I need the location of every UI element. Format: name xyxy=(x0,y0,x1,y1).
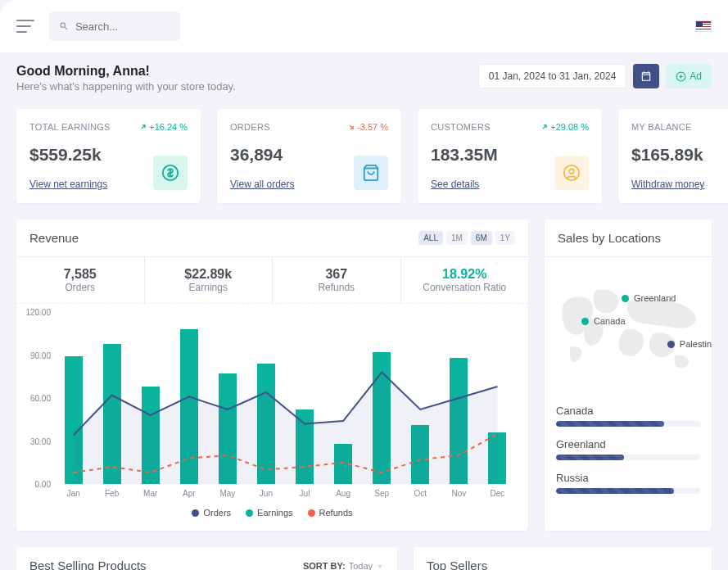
location-bar: Russia xyxy=(556,472,700,494)
location-bar: Greenland xyxy=(556,438,700,460)
page-subtitle: Here's what's happening with your store … xyxy=(16,80,236,93)
bsp-title: Best Selling Products xyxy=(29,559,147,570)
revenue-title: Revenue xyxy=(29,231,79,245)
world-map xyxy=(556,269,700,391)
stat-pct: -3.57 % xyxy=(347,122,388,132)
legend-earnings[interactable]: Earnings xyxy=(246,508,292,518)
arrow-up-right-icon xyxy=(139,123,147,131)
stat-pct: +16.24 % xyxy=(139,122,188,132)
legend-refunds[interactable]: Refunds xyxy=(308,508,353,518)
user-circle-icon xyxy=(554,156,589,190)
revenue-chart: 0.0030.0060.0090.00120.00 JanFebMarAprMa… xyxy=(16,304,528,531)
stat-link-earnings[interactable]: View net earnings xyxy=(29,179,107,190)
stat-label: TOTAL EARNINGS xyxy=(29,122,111,132)
bag-icon xyxy=(354,156,388,190)
summary-orders: 7,585 Orders xyxy=(16,257,145,303)
stat-link-balance[interactable]: Withdraw money xyxy=(631,179,704,190)
legend-orders[interactable]: Orders xyxy=(192,508,231,518)
locations-card: Sales by Locations xyxy=(545,219,712,531)
stat-link-orders[interactable]: View all orders xyxy=(230,179,294,190)
stat-total-earnings: TOTAL EARNINGS +16.24 % $559.25k View ne… xyxy=(16,109,201,203)
add-product-button[interactable]: Ad xyxy=(666,64,712,88)
stat-customers: CUSTOMERS +29.08 % 183.35M See details xyxy=(418,109,602,203)
summary-refunds: 367 Refunds xyxy=(273,257,401,303)
chevron-down-icon xyxy=(376,562,384,570)
calendar-icon xyxy=(640,70,652,82)
marker-greenland[interactable]: Greenland xyxy=(622,293,676,303)
search-icon xyxy=(59,20,69,32)
locations-title: Sales by Locations xyxy=(558,231,661,245)
range-1m[interactable]: 1M xyxy=(446,231,468,245)
svg-point-9 xyxy=(569,169,574,174)
stat-value: $165.89k xyxy=(631,145,728,165)
plus-circle-icon xyxy=(676,71,686,82)
arrow-down-right-icon xyxy=(347,123,355,131)
stat-label: CUSTOMERS xyxy=(431,122,491,132)
locale-picker[interactable] xyxy=(695,20,712,32)
ts-title: Top Sellers xyxy=(427,559,487,570)
svg-line-7 xyxy=(543,125,546,129)
search-wrap xyxy=(49,11,180,41)
dollar-circle-icon xyxy=(153,156,188,190)
range-1y[interactable]: 1Y xyxy=(495,231,515,245)
summary-conversion: 18.92% Conversation Ratio xyxy=(401,257,529,303)
page-greeting: Good Morning, Anna! xyxy=(16,64,236,79)
stat-balance: MY BALANCE $165.89k Withdraw money xyxy=(618,109,728,203)
location-bar: Canada xyxy=(556,405,700,427)
marker-palestine[interactable]: Palestin xyxy=(667,339,712,349)
stat-pct: +29.08 % xyxy=(540,122,589,132)
best-selling-card: Best Selling Products SORT BY: Today xyxy=(16,547,397,570)
stat-label: MY BALANCE xyxy=(631,122,692,132)
range-6m[interactable]: 6M xyxy=(471,231,492,245)
top-sellers-card: Top Sellers xyxy=(414,547,712,570)
stat-orders: ORDERS -3.57 % 36,894 View all orders xyxy=(217,109,401,203)
arrow-up-right-icon xyxy=(540,123,549,131)
date-picker-button[interactable] xyxy=(633,64,659,88)
marker-canada[interactable]: Canada xyxy=(581,316,626,326)
stat-link-customers[interactable]: See details xyxy=(431,179,479,190)
menu-toggle[interactable] xyxy=(16,20,34,33)
svg-line-3 xyxy=(142,125,145,129)
summary-earnings: $22.89k Earnings xyxy=(145,257,274,303)
revenue-card: Revenue ALL 1M 6M 1Y 7,585 Orders $22.89… xyxy=(16,219,528,531)
search-input[interactable] xyxy=(75,20,170,33)
stat-label: ORDERS xyxy=(230,122,270,132)
bsp-sort[interactable]: SORT BY: Today xyxy=(303,561,384,571)
date-range-input[interactable]: 01 Jan, 2024 to 31 Jan, 2024 xyxy=(478,64,626,88)
range-all[interactable]: ALL xyxy=(418,231,443,245)
